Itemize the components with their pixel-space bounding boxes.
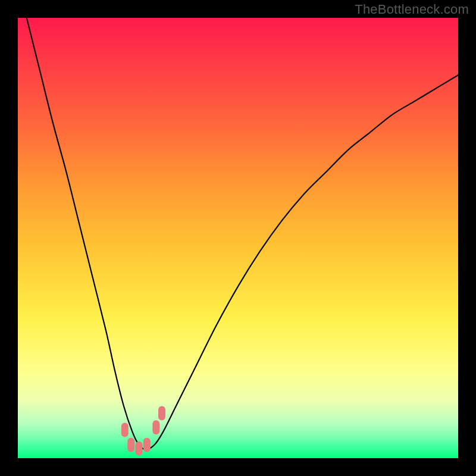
curve-marker bbox=[136, 441, 143, 456]
curve-marker bbox=[143, 438, 151, 452]
curve-marker bbox=[158, 406, 165, 421]
bottleneck-curve bbox=[18, 18, 458, 458]
chart-plot-area bbox=[18, 18, 458, 458]
watermark-text: TheBottleneck.com bbox=[355, 2, 469, 17]
curve-marker bbox=[152, 420, 159, 434]
curve-marker bbox=[121, 423, 129, 437]
curve-marker bbox=[127, 438, 134, 452]
